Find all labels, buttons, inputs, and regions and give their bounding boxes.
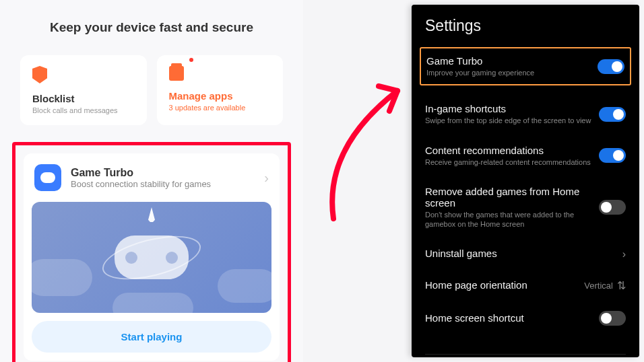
setting-label: Home screen shortcut (425, 312, 592, 324)
setting-desc: Don't show the games that were added to … (425, 210, 592, 229)
chevron-right-icon: › (622, 248, 626, 260)
setting-label: Content recommendations (425, 145, 592, 156)
setting-row: In-game shortcuts Swipe from the top sid… (425, 94, 626, 135)
security-panel: Keep your device fast and secure Blockli… (0, 0, 303, 362)
setting-text: Home page orientation (425, 279, 584, 292)
setting-label: Home page orientation (425, 279, 577, 291)
updown-icon: ⇅ (617, 279, 626, 292)
setting-label: Remove added games from Home screen (425, 186, 592, 209)
setting-text: Home screen shortcut (425, 312, 599, 325)
chevron-right-icon: › (264, 170, 269, 186)
blocklist-subtitle: Block calls and messages (32, 106, 135, 114)
cloud-icon (112, 293, 193, 313)
ingame-shortcuts-toggle[interactable] (599, 107, 626, 122)
cloud-icon (218, 269, 271, 303)
setting-text: Game Turbo Improve your gaming experienc… (426, 55, 598, 77)
orientation-value: Vertical (584, 281, 613, 291)
game-turbo-subtitle: Boost connection stability for games (71, 179, 255, 189)
cards-row: Blocklist Block calls and messages Manag… (20, 55, 283, 125)
controller-icon (115, 236, 189, 279)
setting-text: In-game shortcuts Swipe from the top sid… (425, 103, 599, 125)
gamepad-icon (34, 164, 61, 191)
manage-apps-title: Manage apps (169, 90, 271, 102)
setting-row: Content recommendations Receive gaming-r… (425, 135, 626, 176)
hero-illustration (32, 202, 271, 313)
settings-panel: Settings Game Turbo Improve your gaming … (412, 5, 639, 357)
start-playing-button[interactable]: Start playing (32, 321, 271, 353)
orientation-row[interactable]: Home page orientation Vertical ⇅ (425, 270, 626, 301)
blocklist-card[interactable]: Blocklist Block calls and messages (20, 55, 147, 125)
game-turbo-title: Game Turbo (71, 167, 255, 179)
setting-desc: Swipe from the top side edge of the scre… (425, 116, 592, 125)
setting-label: In-game shortcuts (425, 103, 592, 114)
setting-text: Remove added games from Home screen Don'… (425, 186, 599, 229)
setting-text: Content recommendations Receive gaming-r… (425, 145, 599, 167)
setting-row: Remove added games from Home screen Don'… (425, 176, 626, 239)
game-turbo-text: Game Turbo Boost connection stability fo… (71, 167, 255, 189)
page-title: Keep your device fast and secure (20, 20, 283, 35)
setting-text: Uninstall games (425, 248, 618, 260)
home-shortcut-toggle[interactable] (599, 311, 626, 326)
setting-label: Game Turbo (426, 55, 591, 67)
apps-icon (169, 66, 184, 81)
highlight-border: Game Turbo Boost connection stability fo… (12, 142, 291, 362)
cloud-icon (32, 259, 92, 296)
setting-row: Home screen shortcut (425, 301, 626, 335)
game-turbo-card: Game Turbo Boost connection stability fo… (24, 153, 280, 361)
game-turbo-toggle[interactable] (598, 59, 624, 74)
uninstall-games-row[interactable]: Uninstall games › (425, 238, 626, 270)
remove-games-toggle[interactable] (599, 200, 626, 215)
settings-title: Settings (425, 17, 626, 35)
game-turbo-header[interactable]: Game Turbo Boost connection stability fo… (24, 153, 280, 202)
content-recommendations-toggle[interactable] (599, 148, 626, 163)
setting-desc: Improve your gaming experience (426, 68, 591, 77)
manage-apps-card[interactable]: Manage apps 3 updates are available (157, 55, 284, 125)
setting-desc: Receive gaming-related content recommend… (425, 157, 592, 167)
section-header: PERFORMANCE MODE (425, 354, 626, 362)
manage-apps-subtitle: 3 updates are available (169, 104, 271, 112)
shield-icon (32, 66, 47, 83)
rocket-icon (148, 207, 155, 222)
highlighted-setting: Game Turbo Improve your gaming experienc… (420, 47, 631, 85)
setting-label: Uninstall games (425, 248, 612, 259)
blocklist-title: Blocklist (32, 93, 135, 104)
